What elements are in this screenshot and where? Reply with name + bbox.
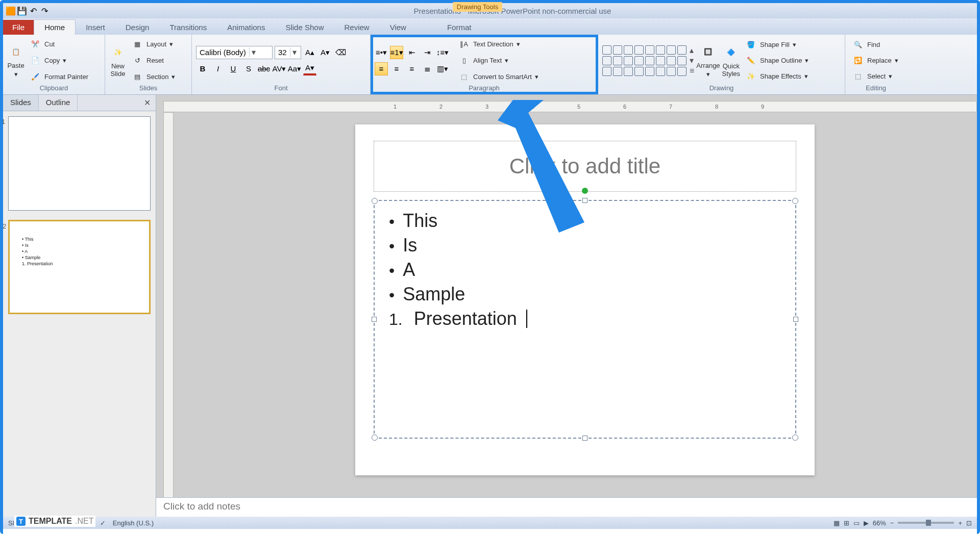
- resize-handle[interactable]: [372, 317, 377, 322]
- select-button[interactable]: ⬚Select ▾: [849, 69, 901, 84]
- font-name-combo[interactable]: Calibri (Body)▾: [196, 46, 273, 59]
- font-size-combo[interactable]: 32▾: [275, 46, 301, 59]
- tab-view[interactable]: View: [380, 20, 416, 35]
- align-right-button[interactable]: ≡: [405, 62, 419, 75]
- group-clipboard: 📋 Paste ▾ ✂️Cut 📄Copy ▾ 🖌️Format Painter…: [3, 35, 105, 94]
- contextual-tab-drawing-tools[interactable]: Drawing Tools: [453, 2, 502, 12]
- font-name-value: Calibri (Body): [197, 48, 249, 57]
- strike-button[interactable]: abc: [257, 62, 271, 75]
- numbering-button[interactable]: ≡1▾: [390, 46, 403, 59]
- body-text: A: [403, 259, 415, 281]
- body-text: Presentation: [414, 308, 517, 329]
- cut-button[interactable]: ✂️Cut: [27, 37, 91, 52]
- zoom-in-button[interactable]: +: [958, 519, 962, 527]
- bullets-button[interactable]: ≡•▾: [375, 46, 388, 59]
- convert-smartart-button[interactable]: ⬚Convert to SmartArt ▾: [455, 70, 541, 84]
- align-center-button[interactable]: ≡: [390, 62, 403, 75]
- clear-format-button[interactable]: ⌫: [334, 46, 347, 59]
- shadow-button[interactable]: S: [242, 62, 255, 75]
- quick-styles-button[interactable]: 🔷Quick Styles: [722, 44, 740, 78]
- title-placeholder-text: Click to add title: [509, 154, 660, 179]
- tab-home[interactable]: Home: [34, 19, 76, 35]
- copy-button[interactable]: 📄Copy ▾: [27, 54, 91, 68]
- font-color-button[interactable]: A▾: [303, 62, 316, 75]
- shrink-font-button[interactable]: A▾: [318, 46, 332, 59]
- increase-indent-button[interactable]: ⇥: [421, 46, 434, 59]
- grow-font-button[interactable]: A▴: [303, 46, 316, 59]
- fit-to-window-button[interactable]: ⊡: [966, 519, 972, 527]
- undo-icon[interactable]: ↶: [29, 6, 38, 15]
- title-placeholder[interactable]: Click to add title: [374, 141, 796, 192]
- zoom-slider[interactable]: [898, 522, 954, 524]
- outline-tab[interactable]: Outline: [39, 95, 78, 111]
- shape-fill-button[interactable]: 🪣Shape Fill ▾: [742, 38, 811, 52]
- vertical-ruler[interactable]: [163, 112, 174, 501]
- arrange-button[interactable]: 🔲Arrange▾: [696, 43, 720, 78]
- tab-transitions[interactable]: Transitions: [159, 20, 217, 35]
- line-spacing-button[interactable]: ↕≡▾: [436, 46, 449, 59]
- status-language[interactable]: English (U.S.): [113, 519, 154, 527]
- slideshow-view-button[interactable]: ▶: [864, 519, 869, 527]
- shape-effects-button[interactable]: ✨Shape Effects ▾: [742, 69, 811, 84]
- rotate-handle[interactable]: [582, 188, 588, 194]
- tab-file[interactable]: File: [3, 20, 34, 35]
- resize-handle[interactable]: [792, 435, 798, 441]
- slide-canvas[interactable]: Click to add title This Is A Sample Pres…: [355, 124, 815, 475]
- bullet-icon: [389, 259, 395, 281]
- content-placeholder[interactable]: This Is A Sample Presentation: [374, 200, 796, 439]
- reset-button[interactable]: ↺Reset: [129, 54, 178, 68]
- text-direction-button[interactable]: ‖AText Direction ▾: [455, 37, 541, 52]
- change-case-button[interactable]: Aa▾: [288, 62, 301, 75]
- select-icon: ⬚: [852, 70, 864, 83]
- tab-review[interactable]: Review: [334, 20, 379, 35]
- body-text: Sample: [403, 284, 465, 305]
- chevron-down-icon: ▾: [63, 57, 66, 64]
- replace-button[interactable]: 🔁Replace ▾: [849, 54, 901, 68]
- bold-button[interactable]: B: [196, 62, 209, 75]
- resize-handle[interactable]: [582, 198, 587, 203]
- tab-animations[interactable]: Animations: [217, 20, 275, 35]
- tab-design[interactable]: Design: [115, 20, 160, 35]
- section-button[interactable]: ▤Section▾: [129, 70, 178, 84]
- decrease-indent-button[interactable]: ⇤: [405, 46, 419, 59]
- slides-tab[interactable]: Slides: [3, 95, 39, 111]
- reading-view-button[interactable]: ▭: [853, 519, 860, 527]
- slide-thumbnail-2[interactable]: 2 • This • Is • A • Sample 1. Presentati…: [8, 220, 151, 314]
- sorter-view-button[interactable]: ⊞: [844, 519, 849, 527]
- save-icon[interactable]: 💾: [17, 6, 27, 15]
- resize-handle[interactable]: [372, 435, 378, 441]
- paste-button[interactable]: 📋 Paste ▾: [7, 43, 24, 78]
- spell-check-icon[interactable]: ✓: [100, 519, 106, 527]
- char-spacing-button[interactable]: AV▾: [273, 62, 286, 75]
- layout-button[interactable]: ▦Layout▾: [129, 37, 178, 52]
- shapes-gallery[interactable]: [602, 45, 687, 76]
- align-text-button[interactable]: ▯Align Text ▾: [455, 54, 541, 68]
- tab-format[interactable]: Format: [437, 20, 482, 35]
- chevron-down-icon: ▾: [249, 47, 258, 57]
- new-slide-button[interactable]: ✨ New Slide: [109, 44, 127, 78]
- resize-handle[interactable]: [582, 436, 587, 441]
- normal-view-button[interactable]: ▦: [834, 519, 840, 527]
- resize-handle[interactable]: [792, 198, 798, 204]
- format-painter-button[interactable]: 🖌️Format Painter: [27, 70, 91, 84]
- redo-icon[interactable]: ↷: [40, 6, 49, 15]
- italic-button[interactable]: I: [211, 62, 225, 75]
- columns-button[interactable]: ▥▾: [436, 62, 449, 75]
- tab-slideshow[interactable]: Slide Show: [275, 20, 334, 35]
- close-panel-button[interactable]: ✕: [139, 95, 156, 111]
- resize-handle[interactable]: [793, 317, 798, 322]
- align-center-icon: ≡: [395, 64, 399, 73]
- shape-outline-button[interactable]: ✏️Shape Outline ▾: [742, 54, 811, 68]
- underline-button[interactable]: U: [227, 62, 240, 75]
- notes-pane[interactable]: Click to add notes: [156, 497, 977, 517]
- group-font: Calibri (Body)▾ 32▾ A▴ A▾ ⌫ B I U S abc …: [192, 35, 371, 94]
- slide-thumbnail-1[interactable]: 1: [8, 116, 151, 211]
- tab-insert[interactable]: Insert: [76, 20, 115, 35]
- justify-button[interactable]: ≣: [421, 62, 434, 75]
- zoom-out-button[interactable]: −: [890, 519, 894, 527]
- horizontal-ruler[interactable]: 1 2 3 4 5 6 7 8 9: [163, 101, 977, 112]
- gallery-scroll[interactable]: ▴▾≡: [690, 45, 694, 76]
- find-button[interactable]: 🔍Find: [849, 38, 901, 52]
- align-left-button[interactable]: ≡: [375, 62, 388, 75]
- resize-handle[interactable]: [372, 198, 378, 204]
